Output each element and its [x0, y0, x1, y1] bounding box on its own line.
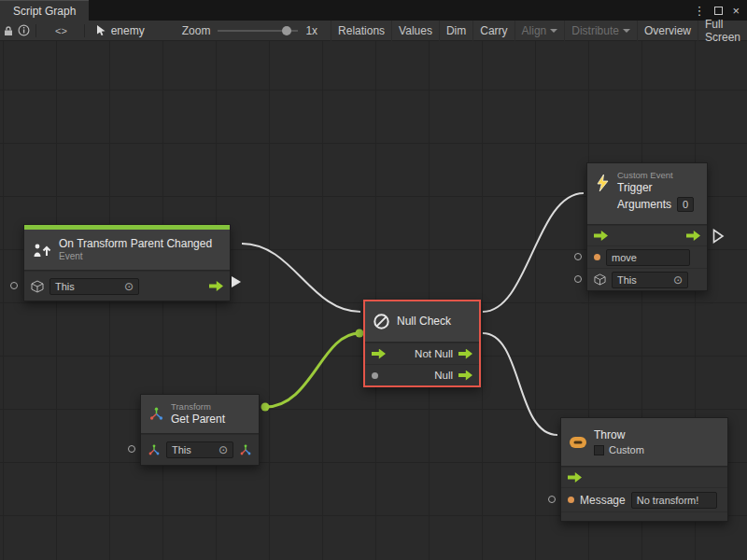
flow-output-icon[interactable] [686, 231, 700, 241]
target-dropdown[interactable]: This ⊙ [166, 441, 233, 458]
value-port-circle[interactable] [10, 282, 18, 289]
align-button: Align [514, 21, 565, 41]
button-label: Carry [480, 24, 507, 37]
node-header[interactable]: Custom Event Trigger Arguments 0 [587, 163, 707, 225]
flow-input-icon[interactable] [568, 472, 582, 483]
target-row: This ⊙ [587, 268, 707, 290]
fullscreen-button[interactable]: Full Screen [698, 21, 747, 41]
maximize-icon[interactable] [714, 7, 723, 15]
button-label: Dim [446, 24, 466, 37]
object-picker-icon[interactable]: ⊙ [673, 275, 683, 285]
node-title: Trigger [617, 181, 699, 195]
button-label: Distribute [571, 24, 619, 37]
node-title: Get Parent [171, 413, 225, 427]
relations-button[interactable]: Relations [331, 21, 391, 41]
carry-button[interactable]: Carry [472, 21, 514, 41]
object-picker-icon[interactable]: ⊙ [218, 445, 228, 455]
chevron-down-icon [550, 29, 557, 33]
wire-getparent-to-nullcheck [265, 333, 359, 407]
object-picker-icon[interactable]: ⊙ [124, 282, 134, 291]
custom-event-icon [595, 174, 611, 192]
wire-nullcheck-to-trigger [483, 193, 584, 312]
node-on-transform-parent-changed[interactable]: On Transform Parent Changed Event This ⊙ [23, 224, 231, 301]
flow-input-icon[interactable] [594, 231, 608, 241]
node-subtitle: Event [59, 251, 212, 262]
flow-output-icon[interactable] [458, 371, 472, 381]
node-header[interactable]: Null Check [365, 301, 479, 343]
node-get-parent[interactable]: Transform Get Parent This ⊙ [140, 394, 260, 466]
target-value: This [55, 281, 75, 292]
message-input[interactable]: No transform! [631, 492, 717, 509]
target-dropdown[interactable]: This ⊙ [612, 272, 688, 288]
transform-icon [148, 444, 161, 456]
code-view-icon[interactable]: <> [53, 21, 69, 41]
custom-checkbox[interactable] [594, 445, 604, 455]
value-port-circle[interactable] [548, 496, 556, 503]
toolbar-right-group: Overview Full Screen [637, 21, 747, 41]
close-icon[interactable]: × [732, 4, 740, 18]
flow-output-icon[interactable] [458, 349, 472, 359]
values-button[interactable]: Values [391, 21, 439, 41]
value-port-circle[interactable] [574, 253, 582, 260]
wire-nullcheck-to-throw [483, 333, 557, 435]
wire-endpoint-dot [261, 403, 270, 412]
node-title: Null Check [397, 315, 451, 329]
zoom-slider[interactable] [218, 25, 298, 36]
node-footer [561, 511, 727, 521]
event-name-value: move [612, 252, 637, 263]
kebab-menu-icon[interactable]: ⋮ [693, 4, 705, 18]
flow-input-icon[interactable] [372, 349, 386, 359]
gameobject-icon [31, 280, 44, 293]
distribute-button: Distribute [564, 21, 637, 41]
node-category: Custom Event [617, 170, 699, 181]
message-row: Message No transform! [561, 487, 727, 511]
zoom-slider-thumb[interactable] [282, 26, 291, 35]
node-throw[interactable]: Throw Custom Message No transform! [560, 417, 728, 522]
value-input-dot[interactable] [568, 497, 574, 503]
node-null-check[interactable]: Null Check Not Null Null [363, 300, 481, 387]
lock-icon[interactable] [0, 21, 16, 41]
overview-button[interactable]: Overview [637, 21, 698, 41]
node-trigger-custom-event[interactable]: Custom Event Trigger Arguments 0 move [586, 162, 708, 291]
transform-icon [148, 407, 164, 421]
value-input-dot[interactable] [372, 372, 378, 379]
gameobject-icon [594, 273, 606, 286]
target-row: This ⊙ [141, 434, 259, 465]
cursor-icon [96, 24, 106, 36]
target-dropdown[interactable]: This ⊙ [49, 278, 139, 295]
null-row: Null [365, 364, 479, 385]
flow-output-icon[interactable] [209, 281, 223, 291]
flow-row [587, 225, 707, 245]
event-name-row: move [587, 245, 707, 268]
graph-canvas[interactable]: On Transform Parent Changed Event This ⊙ [0, 41, 747, 560]
transform-output-icon[interactable] [239, 444, 252, 456]
arguments-count-field[interactable]: 0 [677, 197, 694, 212]
toolbar-separator [84, 24, 85, 37]
arguments-count: 0 [683, 199, 688, 210]
not-null-label: Not Null [415, 348, 453, 359]
wire-event-to-nullcheck [242, 244, 360, 312]
value-port-circle[interactable] [128, 445, 135, 453]
node-header[interactable]: Transform Get Parent [141, 395, 259, 434]
target-value: This [172, 444, 191, 455]
node-header[interactable]: Throw Custom [561, 418, 727, 467]
flow-output-triangle[interactable] [232, 276, 241, 287]
flow-port-triangle[interactable] [712, 229, 725, 244]
graph-name-label: enemy [111, 24, 145, 37]
throw-exception-icon [569, 435, 587, 450]
tab-script-graph[interactable]: Script Graph [0, 0, 89, 21]
zoom-label: Zoom [182, 24, 211, 37]
graph-name-breadcrumb[interactable]: enemy [96, 24, 145, 37]
value-port-circle[interactable] [574, 275, 582, 283]
button-label: Full Screen [705, 18, 740, 44]
custom-label: Custom [609, 444, 644, 455]
info-icon[interactable] [16, 21, 32, 41]
transform-parent-changed-icon [32, 242, 52, 259]
node-header[interactable]: On Transform Parent Changed Event [24, 230, 230, 271]
value-input-dot[interactable] [594, 254, 600, 260]
graph-toolbar: <> enemy Zoom 1x Relations Values Dim Ca… [0, 21, 747, 41]
node-title: Throw [594, 428, 644, 442]
node-title: On Transform Parent Changed [59, 237, 212, 251]
dim-button[interactable]: Dim [439, 21, 472, 41]
event-name-input[interactable]: move [606, 249, 690, 266]
